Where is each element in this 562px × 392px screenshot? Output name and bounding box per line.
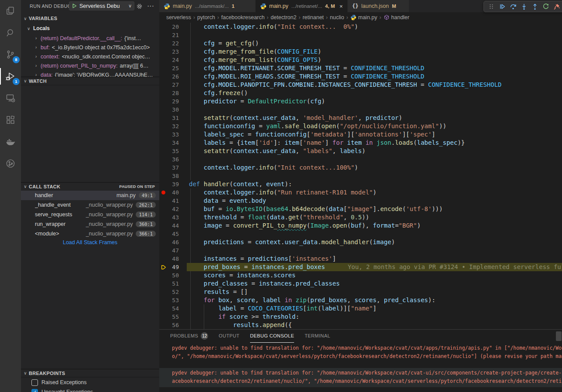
code-line-35[interactable]: 35 setattr(context.user_data, "labels", …: [159, 147, 562, 155]
watch-section-header[interactable]: ∨ WATCH: [21, 77, 159, 85]
code-line-33[interactable]: 33 labels_spec = functionconfig['metadat…: [159, 130, 562, 139]
code-line-50[interactable]: 50 scores = instances.scores: [159, 271, 562, 280]
gutter-margin[interactable]: [159, 321, 168, 329]
breadcrumb-item-detectron2[interactable]: detectron2: [271, 14, 296, 20]
code-line-27[interactable]: 27 cfg.MODEL.PANOPTIC_FPN.COMBINE.INSTAN…: [159, 81, 562, 89]
variable-row[interactable]: ›(return) convert_PIL_to_numpy:array([[[…: [21, 61, 159, 70]
panel-tab-terminal[interactable]: TERMINAL: [305, 330, 330, 343]
code-line-45[interactable]: 45: [159, 230, 562, 238]
activity-item-extensions[interactable]: [0, 109, 21, 131]
gutter-margin[interactable]: [159, 296, 168, 304]
activity-item-source-control[interactable]: 8: [0, 44, 21, 65]
code-line-24[interactable]: 24 cfg.merge_from_list(CONFIG_OPTS): [159, 56, 562, 64]
code-line-44[interactable]: 44 image = convert_PIL_to_numpy(Image.op…: [159, 222, 562, 230]
code-line-52[interactable]: 52 results = []: [159, 288, 562, 296]
code-line-47[interactable]: 47: [159, 246, 562, 255]
locals-scope-row[interactable]: ∨ Locals: [21, 24, 159, 33]
activity-item-run-and-debug[interactable]: 1: [0, 65, 21, 87]
gutter-margin[interactable]: [159, 39, 168, 48]
close-icon[interactable]: ×: [339, 3, 343, 10]
gutter-margin[interactable]: [159, 72, 168, 81]
call-stack-frame[interactable]: run_wrapper_nuclio_wrapper.py360:1: [21, 219, 159, 229]
gutter-margin[interactable]: [159, 172, 168, 180]
gutter-margin[interactable]: [159, 313, 168, 321]
variable-row[interactable]: ›buf:<_io.BytesIO object at 0x7f5a2dc1ec…: [21, 43, 159, 52]
activity-item-docker[interactable]: [0, 131, 21, 153]
activity-item-search[interactable]: [0, 22, 21, 44]
call-stack-section-header[interactable]: ∨ CALL STACK PAUSED ON STEP: [21, 182, 159, 190]
call-stack-frame[interactable]: <module>_nuclio_wrapper.py366:1: [21, 229, 159, 239]
drag-handle-icon[interactable]: [486, 1, 497, 12]
gutter-margin[interactable]: [159, 238, 168, 246]
gutter-margin[interactable]: [159, 246, 168, 255]
activity-item-gitlens[interactable]: [0, 153, 21, 174]
restart-button[interactable]: [540, 1, 551, 12]
code-line-32[interactable]: 32 functionconfig = yaml.safe_load(open(…: [159, 122, 562, 130]
breadcrumb-item-handler[interactable]: handler: [384, 14, 410, 20]
editor-tab-main.py[interactable]: main.py.../siammask/...1: [159, 0, 255, 12]
panel-tab-problems[interactable]: PROBLEMS12: [170, 330, 208, 343]
panel-tab-output[interactable]: OUTPUT: [219, 330, 240, 343]
step-out-button[interactable]: [529, 1, 540, 12]
gutter-margin[interactable]: [159, 56, 168, 64]
gutter-margin[interactable]: [159, 222, 168, 230]
gutter-margin[interactable]: [159, 213, 168, 222]
code-line-31[interactable]: 31 setattr(context.user_data, 'model_han…: [159, 114, 562, 122]
code-line-23[interactable]: 23 cfg.merge_from_file(CONFIG_FILE): [159, 48, 562, 56]
gear-icon[interactable]: [135, 2, 143, 10]
gutter-margin[interactable]: [159, 155, 168, 164]
breadcrumb-item-main.py[interactable]: main.py: [350, 14, 377, 20]
gutter-margin[interactable]: [159, 130, 168, 139]
breadcrumb-item-facebookresearch[interactable]: facebookresearch: [221, 14, 264, 20]
load-all-stack-frames-link[interactable]: Load All Stack Frames: [21, 239, 159, 248]
gutter-margin[interactable]: [159, 147, 168, 155]
call-stack-frame[interactable]: serve_requests_nuclio_wrapper.py114:1: [21, 210, 159, 219]
code-line-29[interactable]: 29 predictor = DefaultPredictor(cfg): [159, 97, 562, 106]
code-line-40[interactable]: 40 context.logger.info("Run retinanet-R1…: [159, 188, 562, 197]
gutter-margin[interactable]: [159, 114, 168, 122]
call-stack-frame[interactable]: _handle_event_nuclio_wrapper.py262:1: [21, 200, 159, 210]
code-line-53[interactable]: 53 for box, score, label in zip(pred_box…: [159, 296, 562, 304]
gutter-margin[interactable]: [159, 122, 168, 130]
gutter-margin[interactable]: [159, 23, 168, 31]
code-line-48[interactable]: 48 instances = predictions['instances']: [159, 255, 562, 263]
gutter-margin[interactable]: [159, 271, 168, 280]
gutter-margin[interactable]: [159, 188, 168, 197]
code-line-42[interactable]: 42 buf = io.BytesIO(base64.b64decode(dat…: [159, 205, 562, 213]
breakpoint-checkbox[interactable]: [31, 379, 38, 386]
gutter-margin[interactable]: [159, 304, 168, 313]
gutter-margin[interactable]: [159, 89, 168, 97]
more-actions-icon[interactable]: ···: [147, 2, 154, 10]
code-line-38[interactable]: 38: [159, 172, 562, 180]
breadcrumb-item-serverless[interactable]: serverless: [166, 14, 191, 20]
gutter-margin[interactable]: [159, 31, 168, 39]
disconnect-button[interactable]: [551, 1, 562, 12]
gutter-margin[interactable]: [159, 280, 168, 288]
variable-row[interactable]: ›(return) DefaultPredictor.__call__:{'in…: [21, 34, 159, 43]
code-line-51[interactable]: 51 pred_classes = instances.pred_classes: [159, 280, 562, 288]
gutter-margin[interactable]: [159, 180, 168, 188]
start-debug-icon[interactable]: [72, 3, 77, 9]
gutter-margin[interactable]: [159, 48, 168, 56]
continue-button[interactable]: [497, 1, 507, 12]
code-line-26[interactable]: 26 cfg.MODEL.ROI_HEADS.SCORE_THRESH_TEST…: [159, 72, 562, 81]
code-line-36[interactable]: 36: [159, 155, 562, 164]
gutter-margin[interactable]: [159, 106, 168, 114]
code-line-46[interactable]: 46 predictions = context.user_data.model…: [159, 238, 562, 246]
breadcrumb-item-retinanet[interactable]: retinanet: [302, 14, 324, 20]
gutter-margin[interactable]: [159, 139, 168, 147]
code-line-22[interactable]: 22 cfg = get_cfg(): [159, 39, 562, 48]
code-line-43[interactable]: 43 threshold = float(data.get("threshold…: [159, 213, 562, 222]
variable-row[interactable]: ›context:<nuclio_sdk.context.Context obj…: [21, 52, 159, 61]
panel-tab-debug-console[interactable]: DEBUG CONSOLE: [250, 330, 294, 343]
gutter-margin[interactable]: [159, 197, 168, 205]
code-line-39[interactable]: 39def handler(context, event):: [159, 180, 562, 188]
code-line-34[interactable]: 34 labels = {item['id']: item['name'] fo…: [159, 139, 562, 147]
debug-config-dropdown[interactable]: Serverless Debu ∨: [69, 1, 134, 10]
breadcrumb-item-pytorch[interactable]: pytorch: [197, 14, 215, 20]
code-line-37[interactable]: 37 context.logger.info("Init context...1…: [159, 164, 562, 172]
editor-tab-launch.json[interactable]: {}launch.jsonM: [348, 0, 409, 12]
gutter-margin[interactable]: [159, 64, 168, 72]
activity-item-explorer[interactable]: [0, 0, 21, 22]
gutter-margin[interactable]: [159, 97, 168, 106]
